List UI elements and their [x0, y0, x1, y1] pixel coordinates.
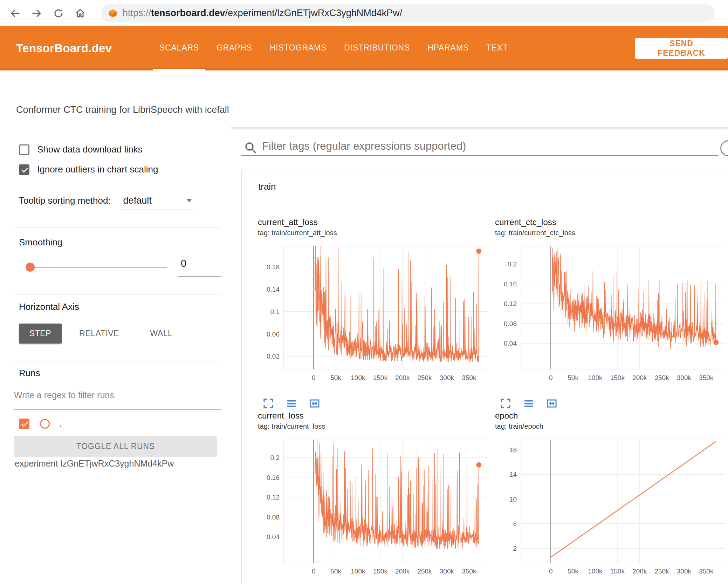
settings-sidebar: Show data download links Ignore outliers…	[0, 127, 231, 584]
series-list-icon[interactable]	[286, 389, 297, 401]
runs-label: Runs	[19, 368, 40, 379]
axis-step-button[interactable]: STEP	[19, 324, 62, 344]
svg-text:200k: 200k	[632, 568, 647, 575]
svg-text:0: 0	[312, 374, 316, 381]
svg-text:6: 6	[513, 520, 517, 528]
tag-group-title[interactable]: train	[258, 181, 276, 192]
scalar-chart-epoch: epochtag: train/epoch26101418050k100k150…	[495, 410, 726, 584]
fullscreen-icon[interactable]	[263, 389, 274, 401]
chart-toolbar	[263, 389, 489, 401]
tab-graphs[interactable]: GRAPHS	[210, 26, 259, 70]
run-checkbox[interactable]	[19, 419, 29, 429]
chart-title: current_att_loss	[258, 217, 489, 228]
horizontal-axis-buttons: STEP RELATIVE WALL	[19, 324, 182, 344]
svg-text:0: 0	[549, 374, 553, 381]
svg-text:250k: 250k	[417, 568, 432, 575]
send-feedback-button[interactable]: SEND FEEDBACK	[635, 38, 728, 59]
svg-text:50k: 50k	[330, 568, 341, 575]
ignore-outliers-row[interactable]: Ignore outliers in chart scaling	[19, 164, 158, 175]
tensorboard-favicon	[108, 8, 118, 18]
smoothing-value: 0	[181, 258, 186, 269]
chart-canvas-current_ctc_loss[interactable]: 0.040.080.120.160.2050k100k150k200k250k3…	[495, 246, 726, 386]
svg-text:250k: 250k	[417, 374, 432, 381]
chart-title: current_ctc_loss	[495, 217, 726, 228]
svg-text:100k: 100k	[588, 568, 603, 575]
svg-text:350k: 350k	[462, 568, 476, 575]
svg-text:0.2: 0.2	[270, 454, 280, 461]
smoothing-slider-knob[interactable]	[26, 263, 35, 272]
browser-back-button[interactable]	[9, 7, 21, 19]
run-name: .	[60, 418, 62, 429]
tab-scalars[interactable]: SCALARS	[153, 26, 205, 70]
runs-filter-input[interactable]	[14, 390, 210, 400]
show-download-links-row[interactable]: Show data download links	[19, 144, 143, 155]
run-color-ring-icon[interactable]	[40, 419, 50, 429]
svg-text:300k: 300k	[440, 568, 454, 575]
svg-text:10: 10	[509, 496, 517, 503]
axis-wall-button[interactable]: WALL	[141, 324, 181, 344]
fit-domain-icon[interactable]	[309, 389, 320, 401]
svg-text:0.08: 0.08	[504, 320, 517, 327]
fullscreen-icon[interactable]	[500, 389, 511, 401]
smoothing-slider[interactable]	[30, 267, 167, 268]
run-row[interactable]: .	[19, 418, 62, 429]
chart-tag: tag: train/epoch	[495, 422, 726, 431]
svg-text:0.16: 0.16	[267, 474, 280, 481]
tab-histograms[interactable]: HISTOGRAMS	[263, 26, 333, 70]
svg-text:0.08: 0.08	[267, 514, 280, 521]
axis-relative-button[interactable]: RELATIVE	[70, 324, 128, 344]
svg-text:0.14: 0.14	[267, 286, 280, 293]
home-icon	[76, 9, 84, 17]
url-text: https://tensorboard.dev/experiment/lzGnE…	[123, 8, 402, 19]
svg-text:100k: 100k	[351, 568, 365, 575]
chevron-down-icon	[186, 199, 192, 202]
svg-text:300k: 300k	[440, 374, 454, 381]
fit-domain-icon[interactable]	[546, 389, 557, 401]
show-download-links-checkbox[interactable]	[19, 144, 29, 155]
experiment-subtitle-band: Conformer CTC training for LibriSpeech w…	[0, 70, 728, 127]
chart-tag: tag: train/current_att_loss	[258, 228, 489, 237]
chart-title: current_loss	[258, 410, 489, 421]
svg-text:150k: 150k	[373, 568, 388, 575]
tooltip-sorting-label: Tooltip sorting method:	[19, 195, 111, 206]
tab-text[interactable]: TEXT	[480, 26, 514, 70]
svg-text:300k: 300k	[677, 374, 692, 381]
browser-home-button[interactable]	[74, 7, 86, 19]
tooltip-sorting-value: default	[123, 195, 152, 206]
series-list-icon[interactable]	[523, 389, 534, 401]
tab-hparams[interactable]: HPARAMS	[421, 26, 475, 70]
svg-text:50k: 50k	[568, 568, 578, 575]
smoothing-label: Smoothing	[19, 237, 62, 248]
tooltip-sorting-row: Tooltip sorting method: default	[19, 195, 194, 210]
tab-distributions[interactable]: DISTRIBUTIONS	[338, 26, 416, 70]
train-tag-group-card: train current_att_losstag: train/current…	[241, 170, 728, 584]
tooltip-sorting-dropdown[interactable]: default	[122, 195, 194, 210]
ignore-outliers-label: Ignore outliers in chart scaling	[37, 164, 158, 175]
chart-canvas-epoch[interactable]: 26101418050k100k150k200k250k300k350k	[495, 439, 726, 579]
horizontal-axis-label: Horizontal Axis	[19, 301, 79, 312]
svg-text:350k: 350k	[699, 568, 714, 575]
browser-forward-button[interactable]	[31, 7, 43, 19]
chart-canvas-current_loss[interactable]: 0.040.080.120.160.2050k100k150k200k250k3…	[258, 439, 489, 579]
filter-tags-input[interactable]	[262, 138, 703, 154]
divider	[14, 228, 221, 228]
svg-text:0.12: 0.12	[267, 494, 280, 501]
chart-title: epoch	[495, 410, 726, 421]
scalar-chart-current_ctc_loss: current_ctc_losstag: train/current_ctc_l…	[495, 217, 726, 401]
svg-text:0.12: 0.12	[504, 300, 517, 307]
url-bar[interactable]: https://tensorboard.dev/experiment/lzGnE…	[101, 4, 715, 22]
svg-text:50k: 50k	[330, 374, 341, 381]
svg-text:350k: 350k	[699, 374, 714, 381]
chart-tag: tag: train/current_ctc_loss	[495, 228, 726, 237]
settings-gear-icon-partial[interactable]	[720, 140, 728, 156]
svg-text:0: 0	[312, 568, 316, 575]
experiment-subtitle: Conformer CTC training for LibriSpeech w…	[16, 104, 229, 115]
svg-text:14: 14	[509, 471, 517, 478]
chart-tag: tag: train/current_loss	[258, 422, 489, 431]
svg-text:150k: 150k	[610, 568, 625, 575]
smoothing-value-underline	[178, 276, 221, 277]
chart-canvas-current_att_loss[interactable]: 0.020.060.10.140.18050k100k150k200k250k3…	[258, 246, 489, 386]
ignore-outliers-checkbox[interactable]	[19, 164, 29, 175]
browser-reload-button[interactable]	[53, 7, 64, 19]
toggle-all-runs-button[interactable]: TOGGLE ALL RUNS	[14, 436, 217, 457]
